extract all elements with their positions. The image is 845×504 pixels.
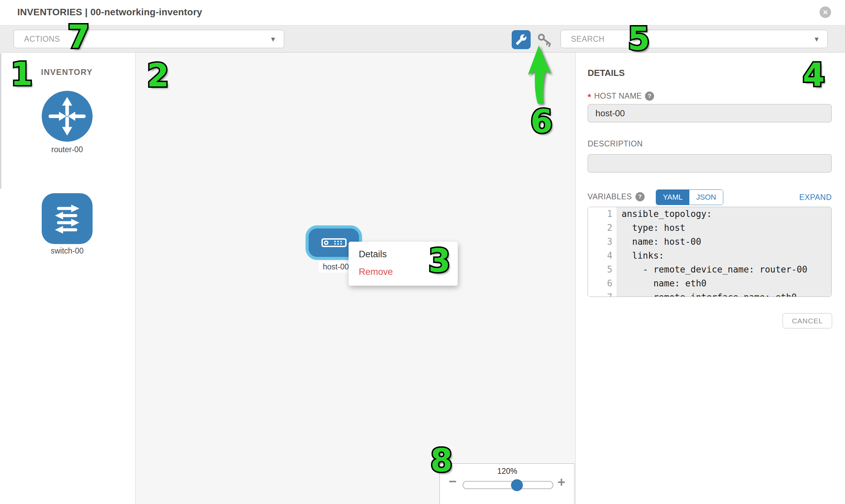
zoom-slider-track[interactable] bbox=[462, 481, 553, 489]
description-label: DESCRIPTION bbox=[588, 139, 643, 148]
chevron-down-icon: ▾ bbox=[271, 35, 275, 44]
inventory-sidebar: INVENTORY router-00 bbox=[0, 53, 136, 504]
sidebar-item-label: router-00 bbox=[16, 145, 118, 154]
close-icon: ✕ bbox=[823, 8, 828, 16]
zoom-control: 120% − + bbox=[439, 463, 575, 504]
scrollbar[interactable] bbox=[0, 53, 1, 189]
code-line: 6 name: eth0 bbox=[588, 276, 831, 290]
sidebar-item-switch[interactable] bbox=[42, 193, 92, 244]
router-icon bbox=[42, 91, 92, 142]
line-number: 1 bbox=[588, 207, 617, 221]
actions-dropdown[interactable]: ACTIONS ▾ bbox=[14, 30, 284, 48]
line-number: 4 bbox=[588, 249, 617, 263]
tab-yaml[interactable]: YAML bbox=[656, 190, 689, 205]
inventory-heading: INVENTORY bbox=[41, 68, 92, 77]
key-button[interactable] bbox=[537, 33, 553, 48]
code-line-text: ansible_topology: bbox=[617, 207, 831, 221]
close-button[interactable]: ✕ bbox=[820, 6, 831, 18]
code-line-text: remote_interface_name: eth0 bbox=[617, 290, 831, 297]
code-line: 5 - remote_device_name: router-00 bbox=[588, 263, 831, 276]
description-label-row: DESCRIPTION bbox=[588, 139, 643, 148]
line-number: 7 bbox=[588, 290, 617, 297]
search-dropdown[interactable]: SEARCH ▾ bbox=[561, 30, 828, 48]
code-line-text: name: eth0 bbox=[617, 276, 831, 290]
tools-button[interactable] bbox=[512, 30, 531, 49]
line-number: 2 bbox=[588, 221, 617, 235]
tab-json[interactable]: JSON bbox=[689, 190, 723, 205]
code-line: 1 ansible_topology: bbox=[588, 207, 831, 221]
search-placeholder: SEARCH bbox=[571, 35, 604, 44]
variables-format-toggle: YAML JSON bbox=[656, 190, 723, 205]
node-context-menu: Details Remove bbox=[349, 242, 458, 286]
expand-link[interactable]: EXPAND bbox=[799, 193, 832, 202]
code-line: 2 type: host bbox=[588, 221, 831, 235]
toolbar: ACTIONS ▾ SEARCH ▾ bbox=[0, 25, 845, 53]
page-title: INVENTORIES | 00-networking-inventory bbox=[17, 7, 202, 18]
details-heading: DETAILS bbox=[588, 68, 624, 78]
sidebar-item-label: switch-00 bbox=[16, 247, 118, 255]
menu-item-details[interactable]: Details bbox=[349, 246, 458, 263]
wrench-icon bbox=[515, 34, 527, 46]
host-node-label: host-00 bbox=[319, 261, 353, 272]
line-number: 5 bbox=[588, 263, 617, 276]
menu-item-remove[interactable]: Remove bbox=[349, 263, 458, 281]
host-name-label-row: * HOST NAME ? bbox=[588, 90, 654, 102]
variables-row: VARIABLES ? YAML JSON EXPAND bbox=[588, 190, 832, 206]
host-name-label: HOST NAME bbox=[594, 91, 642, 101]
variables-code-editor[interactable]: 1 ansible_topology: 2 type: host 3 name:… bbox=[588, 207, 832, 297]
window-header: INVENTORIES | 00-networking-inventory ✕ bbox=[0, 0, 845, 25]
code-line: 4 links: bbox=[588, 249, 831, 263]
description-field[interactable] bbox=[588, 154, 832, 173]
required-asterisk: * bbox=[588, 92, 591, 102]
zoom-slider-handle[interactable] bbox=[511, 479, 523, 491]
topology-canvas[interactable]: host-00 Details Remove 120% − + bbox=[136, 53, 576, 504]
zoom-level: 120% bbox=[440, 467, 575, 476]
cancel-button[interactable]: CANCEL bbox=[782, 313, 832, 328]
zoom-in-button[interactable]: + bbox=[558, 474, 565, 490]
line-number: 6 bbox=[588, 276, 617, 290]
variables-label: VARIABLES bbox=[588, 192, 632, 201]
code-line-text: links: bbox=[617, 249, 831, 263]
actions-dropdown-placeholder: ACTIONS bbox=[24, 35, 60, 44]
zoom-out-button[interactable]: − bbox=[448, 474, 456, 489]
details-panel: DETAILS * HOST NAME ? DESCRIPTION VARIAB… bbox=[576, 53, 845, 504]
code-line: 7 remote_interface_name: eth0 bbox=[588, 290, 831, 297]
code-line-text: name: host-00 bbox=[617, 235, 831, 249]
switch-icon bbox=[42, 193, 92, 244]
host-name-field[interactable] bbox=[588, 104, 832, 122]
code-line: 3 name: host-00 bbox=[588, 235, 831, 249]
code-line-text: - remote_device_name: router-00 bbox=[617, 263, 831, 276]
key-icon bbox=[537, 33, 553, 48]
help-icon[interactable]: ? bbox=[645, 91, 654, 101]
line-number: 3 bbox=[588, 235, 617, 249]
chevron-down-icon: ▾ bbox=[814, 35, 818, 44]
sidebar-item-router[interactable] bbox=[42, 91, 92, 142]
host-icon bbox=[321, 238, 347, 247]
help-icon[interactable]: ? bbox=[635, 192, 645, 201]
code-line-text: type: host bbox=[617, 221, 831, 235]
